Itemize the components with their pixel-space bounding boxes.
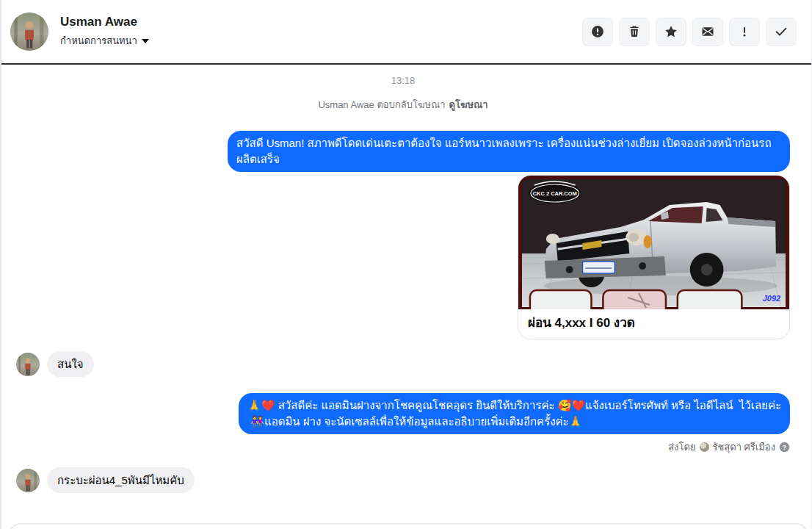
conversation-schedule-label: กำหนดการสนทนา <box>60 33 137 48</box>
message-composer[interactable] <box>9 523 808 529</box>
incoming-message-question[interactable]: กระบะผ่อน4_5พันมีไหมคับ <box>47 467 195 493</box>
car-photo[interactable]: CKC 2 CAR.COM J092 <box>518 176 789 309</box>
trash-icon <box>627 24 642 39</box>
help-icon[interactable]: ? <box>779 442 790 453</box>
conversation-page: Usman Awae กำหนดการสนทนา <box>0 0 812 529</box>
outgoing-message-admin[interactable]: 🙏❤️ สวัสดีค่ะ แอดมินฝางจากโชคคูณโชคอุดร … <box>239 393 790 434</box>
header-action-bar <box>582 18 797 46</box>
view-ad-link[interactable]: ดูโฆษณา <box>449 99 488 110</box>
conversation-schedule-menu[interactable]: กำหนดการสนทนา <box>60 33 149 48</box>
unread-envelope-icon <box>700 24 715 39</box>
check-icon <box>774 24 789 39</box>
delete-button[interactable] <box>619 18 650 46</box>
sender-name: รัชสุดา ศรีเมือง <box>713 439 776 455</box>
sender-avatar-mini <box>700 442 709 452</box>
photo-code: J092 <box>763 294 780 303</box>
report-button[interactable] <box>582 18 613 46</box>
star-icon <box>664 24 678 39</box>
contact-avatar[interactable] <box>10 12 48 51</box>
ad-reply-notice: Usman Awae ตอบกลับโฆษณาดูโฆษณา <box>318 97 487 112</box>
svg-text:?: ? <box>783 444 786 451</box>
message-thread: 13:18 Usman Awae ตอบกลับโฆษณาดูโฆษณา สวั… <box>1 65 811 529</box>
car-ad-attachment[interactable]: CKC 2 CAR.COM J092 ผ่อน 4,xxx I 60 งวด <box>518 175 790 339</box>
contact-name: Usman Awae <box>60 15 149 29</box>
sent-by-line: ส่งโดย รัชสุดา ศรีเมือง ? <box>16 439 790 455</box>
attachment-caption: ผ่อน 4,xxx I 60 งวด <box>518 309 789 339</box>
exclamation-icon <box>737 24 752 39</box>
star-button[interactable] <box>656 18 686 46</box>
mark-done-button[interactable] <box>766 18 797 46</box>
contact-info: Usman Awae กำหนดการสนทนา <box>60 15 149 48</box>
dealer-watermark: CKC 2 CAR.COM <box>533 190 577 197</box>
ad-reply-text: Usman Awae ตอบกลับโฆษณา <box>318 99 445 110</box>
outgoing-message-greeting[interactable]: สวัสดี Usman! สภาพดีโดดเด่นเตะตาต้องใจ แ… <box>228 131 790 172</box>
contact-avatar-small <box>16 469 40 492</box>
flag-important-button[interactable] <box>729 18 760 46</box>
conversation-header: Usman Awae กำหนดการสนทนา <box>1 0 811 65</box>
incoming-message-interest[interactable]: สนใจ <box>47 351 94 377</box>
contact-avatar-small <box>16 353 40 376</box>
mark-unread-button[interactable] <box>692 18 723 46</box>
timestamp: 13:18 <box>391 75 416 86</box>
chevron-down-icon <box>142 39 149 43</box>
report-circle-icon <box>590 24 605 39</box>
sent-by-label: ส่งโดย <box>668 439 695 455</box>
